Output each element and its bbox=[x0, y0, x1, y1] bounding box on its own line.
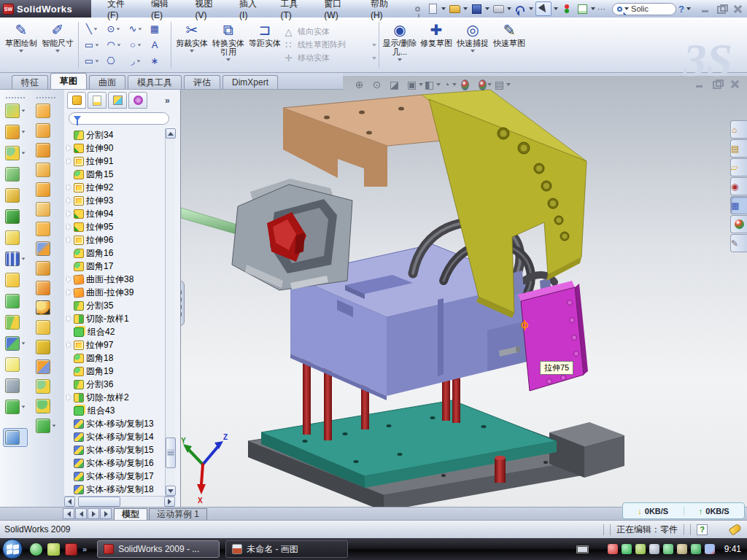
expand-arrow-icon[interactable] bbox=[66, 341, 73, 349]
appearances-scenes-icon[interactable] bbox=[730, 215, 747, 233]
expand-arrow-icon[interactable] bbox=[66, 210, 73, 217]
toolbar-overflow-icon[interactable]: ⋯ bbox=[597, 4, 605, 14]
help-dropdown-icon[interactable] bbox=[686, 7, 691, 10]
menu-item[interactable]: 窗口(W) bbox=[315, 0, 362, 23]
expand-arrow-icon[interactable] bbox=[66, 459, 73, 467]
linear-pattern-icon[interactable] bbox=[5, 252, 26, 266]
tree-item[interactable]: 实体-移动/复制16 bbox=[64, 456, 165, 470]
tree-item[interactable]: 分割35 bbox=[64, 299, 165, 312]
split-icon[interactable] bbox=[5, 315, 26, 330]
revolved-surface-icon[interactable] bbox=[36, 123, 56, 138]
expand-arrow-icon[interactable] bbox=[66, 262, 73, 270]
tree-item[interactable]: 实体-移动/复制18 bbox=[64, 483, 165, 496]
dropdown-icon[interactable] bbox=[96, 60, 99, 62]
tree-item[interactable]: 拉伸92 bbox=[64, 181, 165, 194]
toolbar-grip[interactable] bbox=[36, 97, 55, 99]
tree-item[interactable]: 拉伸94 bbox=[64, 207, 165, 220]
view-settings-icon[interactable]: ▤ bbox=[496, 78, 509, 91]
open-icon[interactable] bbox=[448, 2, 461, 15]
sketch-button[interactable]: ✎ 草图绘制 bbox=[3, 19, 39, 71]
expand-arrow-icon[interactable] bbox=[66, 381, 73, 388]
extend-surface-icon[interactable] bbox=[36, 241, 56, 256]
expand-arrow-icon[interactable] bbox=[66, 171, 73, 178]
dropdown-icon[interactable] bbox=[22, 109, 26, 112]
planar-surface-icon[interactable] bbox=[36, 222, 56, 236]
expand-arrow-icon[interactable] bbox=[66, 249, 73, 257]
edit-appearance-icon[interactable] bbox=[461, 78, 474, 91]
tree-item[interactable]: 实体-移动/复制14 bbox=[64, 430, 165, 443]
offset-surface-icon[interactable] bbox=[36, 261, 56, 276]
dropdown-icon[interactable] bbox=[22, 405, 26, 408]
prev-tab-button[interactable] bbox=[75, 508, 87, 519]
dome-icon[interactable] bbox=[36, 399, 56, 413]
slot-tool[interactable]: ▭ bbox=[81, 53, 103, 69]
resources-home-icon[interactable]: ⌂ bbox=[730, 120, 747, 139]
tree-item[interactable]: 拉伸96 bbox=[64, 233, 165, 246]
restore-button[interactable] bbox=[716, 4, 727, 13]
tree-item[interactable]: 圆角16 bbox=[64, 246, 165, 260]
3d-model-canvas[interactable]: ϕ bbox=[181, 76, 747, 507]
volume-icon[interactable] bbox=[649, 544, 659, 554]
rectangle-tool[interactable]: ▭ bbox=[81, 37, 103, 53]
tree-item[interactable]: 切除-放样1 bbox=[64, 312, 165, 325]
mirror-entities-button[interactable]: △ 镜向实体 bbox=[283, 26, 376, 37]
display-delete-relations-button[interactable]: ◉ 显示/删除几... bbox=[382, 19, 418, 71]
menu-item[interactable]: 文件(F) bbox=[98, 0, 142, 23]
first-tab-button[interactable] bbox=[63, 508, 74, 519]
minimize-button[interactable] bbox=[700, 4, 711, 13]
expand-arrow-icon[interactable] bbox=[66, 446, 73, 454]
tab-mold-tools[interactable]: 模具工具 bbox=[128, 75, 182, 89]
menu-item[interactable]: 视图(V) bbox=[187, 0, 231, 23]
dropdown-icon[interactable] bbox=[94, 28, 98, 30]
dropdown-icon[interactable] bbox=[138, 44, 142, 46]
configuration-manager-tab[interactable] bbox=[108, 92, 127, 109]
expand-arrow-icon[interactable] bbox=[66, 236, 73, 244]
tree-item[interactable]: 实体-移动/复制15 bbox=[64, 443, 165, 456]
pin-icon[interactable] bbox=[411, 2, 424, 15]
expand-arrow-icon[interactable] bbox=[66, 328, 73, 335]
expand-arrow-icon[interactable] bbox=[66, 184, 73, 191]
tree-item[interactable]: 切除-放样2 bbox=[64, 391, 165, 404]
tree-item[interactable]: 分割34 bbox=[64, 128, 165, 141]
tree-item[interactable]: 拉伸90 bbox=[64, 141, 165, 155]
dropdown-icon[interactable] bbox=[22, 342, 26, 344]
tree-item[interactable]: 拉伸91 bbox=[64, 155, 165, 168]
line-tool[interactable]: ╲ bbox=[81, 21, 103, 37]
smart-dimension-button[interactable]: ✐ 智能尺寸 bbox=[39, 19, 76, 71]
open-dropdown-icon[interactable] bbox=[463, 7, 468, 10]
taskbtn-paint[interactable]: 未命名 - 画图 bbox=[225, 540, 348, 558]
ejector-rod-part[interactable] bbox=[181, 208, 241, 235]
expand-arrow-icon[interactable] bbox=[66, 354, 73, 362]
tag-icon[interactable] bbox=[729, 523, 743, 535]
expand-arrow-icon[interactable] bbox=[66, 131, 73, 139]
dropdown-icon[interactable] bbox=[226, 58, 231, 61]
scrollbar-thumb[interactable] bbox=[78, 497, 120, 507]
dropdown-icon[interactable] bbox=[398, 58, 402, 61]
input-method-icon[interactable] bbox=[576, 545, 589, 553]
tree-filter-input[interactable] bbox=[69, 112, 169, 125]
defender-icon[interactable] bbox=[691, 544, 701, 554]
measure-icon[interactable] bbox=[3, 428, 28, 447]
clamp-block-part[interactable] bbox=[232, 179, 352, 290]
expand-arrow-icon[interactable] bbox=[66, 368, 73, 375]
curve-icon[interactable] bbox=[36, 419, 56, 433]
surface-fillet-icon[interactable] bbox=[36, 281, 56, 295]
wireless-warning-icon[interactable] bbox=[677, 544, 687, 554]
dropdown-icon[interactable] bbox=[372, 44, 376, 47]
tab-evaluate[interactable]: 评估 bbox=[184, 75, 220, 89]
file-explorer-icon[interactable]: ▱ bbox=[730, 158, 747, 176]
cut-body-icon[interactable] bbox=[5, 209, 26, 224]
dropdown-icon[interactable] bbox=[139, 28, 142, 30]
taskbar-clock[interactable]: 9:41 bbox=[724, 544, 741, 554]
messenger-icon[interactable] bbox=[30, 543, 42, 556]
untrim-surface-icon[interactable] bbox=[36, 340, 56, 354]
move-entities-button[interactable]: ✛ 移动实体 bbox=[283, 52, 376, 63]
expand-arrow-icon[interactable] bbox=[66, 223, 73, 230]
extruded-cut-icon[interactable] bbox=[5, 125, 26, 139]
dropdown-icon[interactable] bbox=[190, 50, 194, 52]
vpn-icon[interactable] bbox=[663, 544, 673, 554]
last-tab-button[interactable] bbox=[100, 508, 112, 519]
quick-tips-icon[interactable]: ? bbox=[697, 524, 708, 535]
boss-icon[interactable] bbox=[5, 188, 26, 203]
search-scope-dropdown-icon[interactable] bbox=[624, 7, 629, 10]
